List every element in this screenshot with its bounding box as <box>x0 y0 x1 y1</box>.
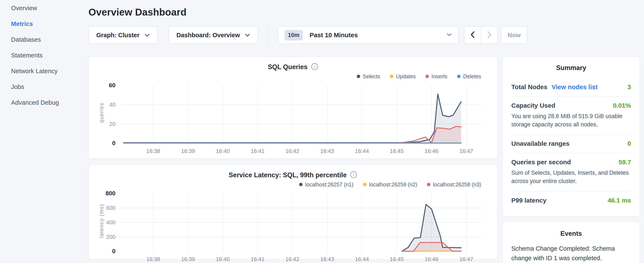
next-time-button[interactable] <box>481 27 498 44</box>
time-window-selector[interactable]: 10m Past 10 Minutes <box>278 26 458 44</box>
legend-item: localhost:26257 (n1) <box>299 181 353 188</box>
summary-label: Total Nodes <box>511 83 547 91</box>
legend-label: Selects <box>363 73 380 80</box>
legend-label: localhost:26257 (n1) <box>305 181 353 188</box>
chevron-right-icon <box>487 31 492 39</box>
summary-value: 0.01% <box>613 102 631 109</box>
summary-heading: Summary <box>511 64 631 72</box>
svg-text:16:43: 16:43 <box>320 256 334 262</box>
now-button[interactable]: Now <box>501 26 527 44</box>
event-text: Schema Change Completed: Schema change w… <box>511 244 631 263</box>
svg-text:800: 800 <box>106 190 116 197</box>
graph-dropdown-label: Graph: Cluster <box>96 32 140 39</box>
svg-text:16:45: 16:45 <box>390 256 404 262</box>
svg-text:16:43: 16:43 <box>320 148 334 154</box>
svg-text:40: 40 <box>109 102 116 108</box>
sql-queries-chart[interactable]: 16:3816:3916:4016:4116:4216:4316:4416:45… <box>95 82 491 156</box>
charts-column: SQL Queries i Selects Updates Inserts De… <box>88 57 498 263</box>
svg-text:400: 400 <box>106 219 116 225</box>
svg-text:60: 60 <box>109 82 116 89</box>
summary-value: 3 <box>628 83 631 91</box>
toolbar-divider <box>268 26 268 44</box>
legend-dot <box>363 183 366 186</box>
svg-text:200: 200 <box>106 234 116 240</box>
toolbar: Graph: Cluster Dashboard: Overview 10m P… <box>88 26 640 44</box>
graph-dropdown[interactable]: Graph: Cluster <box>88 26 158 44</box>
svg-text:600: 600 <box>106 205 116 211</box>
service-latency-chart[interactable]: 16:3816:3916:4016:4116:4216:4316:4416:45… <box>95 190 491 263</box>
sidebar-item-databases[interactable]: Databases <box>11 36 88 43</box>
info-icon[interactable]: i <box>350 171 357 179</box>
legend-dot <box>427 183 430 186</box>
legend-dot <box>357 75 360 78</box>
legend-label: Inserts <box>432 73 447 80</box>
main-content: Overview Dashboard Graph: Cluster Dashbo… <box>88 0 644 263</box>
svg-text:16:44: 16:44 <box>355 256 369 262</box>
summary-row-total-nodes: Total Nodes View nodes list 3 <box>511 78 631 96</box>
sidebar-item-advanced-debug[interactable]: Advanced Debug <box>11 99 88 106</box>
summary-row-qps: Queries per second 59.7 Sum of Selects, … <box>511 153 631 191</box>
legend-label: Deletes <box>463 73 481 80</box>
svg-text:i: i <box>314 65 315 69</box>
y-axis-label: queries <box>98 103 104 123</box>
svg-text:16:46: 16:46 <box>424 148 438 154</box>
summary-label: P99 latency <box>511 197 546 204</box>
summary-label: Capacity Used <box>511 102 555 109</box>
time-window-label: Past 10 Minutes <box>310 32 358 39</box>
dashboard-dropdown-label: Dashboard: Overview <box>176 32 240 39</box>
sidebar: Overview Metrics Databases Statements Ne… <box>0 0 88 263</box>
events-panel: Events Schema Change Completed: Schema c… <box>502 221 640 263</box>
summary-description: Sum of Selects, Updates, Inserts, and De… <box>511 169 631 185</box>
summary-value: 59.7 <box>619 158 631 166</box>
legend-item: localhost:26259 (n2) <box>363 181 417 188</box>
sidebar-item-statements[interactable]: Statements <box>11 52 88 59</box>
chart-title: SQL Queries <box>268 63 308 71</box>
view-nodes-list-link[interactable]: View nodes list <box>552 83 598 91</box>
svg-text:16:47: 16:47 <box>460 256 473 262</box>
chart-title: Service Latency: SQL, 99th percentile <box>229 171 347 179</box>
side-column: Summary Total Nodes View nodes list 3 Ca… <box>502 57 640 263</box>
legend-dot <box>299 183 302 186</box>
summary-label: Queries per second <box>511 158 571 166</box>
svg-text:16:45: 16:45 <box>390 148 404 154</box>
dashboard-body: SQL Queries i Selects Updates Inserts De… <box>88 57 640 263</box>
summary-row-unavailable-ranges: Unavailable ranges 0 <box>511 134 631 153</box>
legend-item: Selects <box>357 73 380 80</box>
summary-panel: Summary Total Nodes View nodes list 3 Ca… <box>502 57 640 216</box>
prev-time-button[interactable] <box>464 27 481 44</box>
svg-text:16:42: 16:42 <box>286 256 299 262</box>
summary-value: 0 <box>628 140 631 147</box>
svg-text:16:41: 16:41 <box>251 148 264 154</box>
sidebar-item-jobs[interactable]: Jobs <box>11 83 88 90</box>
sidebar-item-overview[interactable]: Overview <box>11 5 88 12</box>
chevron-down-icon <box>446 33 452 37</box>
sidebar-item-network-latency[interactable]: Network Latency <box>11 68 88 75</box>
summary-row-capacity-used: Capacity Used 0.01% You are using 28.6 M… <box>511 96 631 134</box>
legend-label: Updates <box>396 73 416 80</box>
page: Overview Metrics Databases Statements Ne… <box>0 0 644 263</box>
svg-text:16:40: 16:40 <box>216 256 230 262</box>
svg-text:20: 20 <box>109 121 116 127</box>
events-heading: Events <box>511 230 631 237</box>
info-icon[interactable]: i <box>311 63 318 71</box>
legend-label: localhost:26258 (n3) <box>433 181 481 188</box>
svg-text:16:38: 16:38 <box>146 256 160 262</box>
legend-label: localhost:26259 (n2) <box>369 181 417 188</box>
sidebar-item-metrics[interactable]: Metrics <box>11 21 88 28</box>
svg-text:0: 0 <box>112 140 116 146</box>
now-button-label: Now <box>508 32 521 39</box>
legend-item: Deletes <box>457 73 481 80</box>
legend-item: Inserts <box>426 73 447 80</box>
summary-row-p99-latency: P99 latency 46.1 ms <box>511 191 631 210</box>
page-title: Overview Dashboard <box>88 7 640 18</box>
chevron-left-icon <box>470 31 475 39</box>
event-item[interactable]: Schema Change Completed: Schema change w… <box>511 244 631 263</box>
chevron-down-icon <box>245 34 250 37</box>
svg-text:16:46: 16:46 <box>424 256 438 262</box>
chart-legend: localhost:26257 (n1) localhost:26259 (n2… <box>95 180 491 189</box>
dashboard-dropdown[interactable]: Dashboard: Overview <box>168 26 258 44</box>
svg-text:16:42: 16:42 <box>286 148 299 154</box>
svg-text:16:41: 16:41 <box>251 256 264 262</box>
svg-text:16:47: 16:47 <box>460 148 473 154</box>
time-step-buttons <box>464 26 498 44</box>
